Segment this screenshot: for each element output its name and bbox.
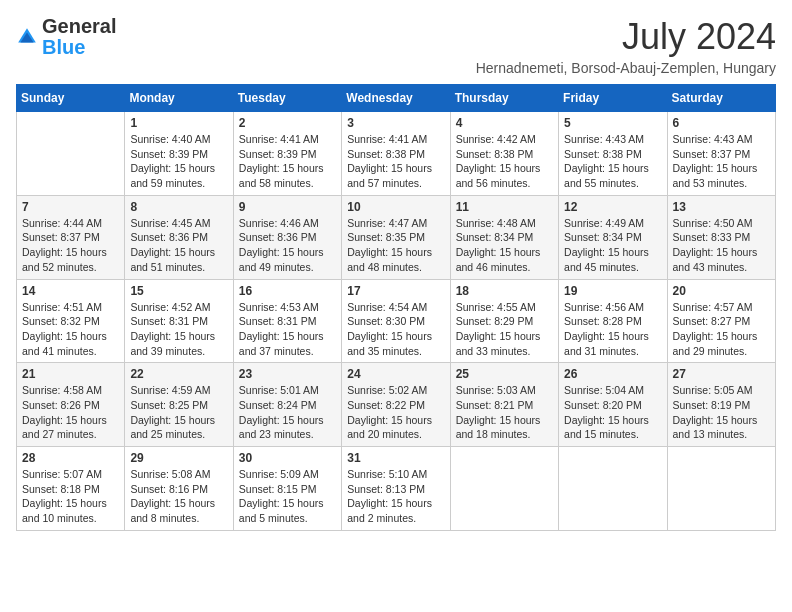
calendar-cell: 23Sunrise: 5:01 AMSunset: 8:24 PMDayligh… xyxy=(233,363,341,447)
calendar-cell: 15Sunrise: 4:52 AMSunset: 8:31 PMDayligh… xyxy=(125,279,233,363)
day-number: 12 xyxy=(564,200,661,214)
logo-icon xyxy=(16,26,38,48)
day-number: 22 xyxy=(130,367,227,381)
calendar-cell: 17Sunrise: 4:54 AMSunset: 8:30 PMDayligh… xyxy=(342,279,450,363)
title-area: July 2024 Hernadnemeti, Borsod-Abauj-Zem… xyxy=(476,16,776,76)
day-number: 1 xyxy=(130,116,227,130)
calendar-header: SundayMondayTuesdayWednesdayThursdayFrid… xyxy=(17,85,776,112)
day-header-monday: Monday xyxy=(125,85,233,112)
calendar-cell: 27Sunrise: 5:05 AMSunset: 8:19 PMDayligh… xyxy=(667,363,775,447)
cell-content: Sunrise: 4:45 AMSunset: 8:36 PMDaylight:… xyxy=(130,216,227,275)
calendar-cell: 6Sunrise: 4:43 AMSunset: 8:37 PMDaylight… xyxy=(667,112,775,196)
calendar-cell: 1Sunrise: 4:40 AMSunset: 8:39 PMDaylight… xyxy=(125,112,233,196)
calendar-cell: 7Sunrise: 4:44 AMSunset: 8:37 PMDaylight… xyxy=(17,195,125,279)
header: General Blue July 2024 Hernadnemeti, Bor… xyxy=(16,16,776,76)
day-number: 17 xyxy=(347,284,444,298)
day-number: 4 xyxy=(456,116,553,130)
calendar-cell: 31Sunrise: 5:10 AMSunset: 8:13 PMDayligh… xyxy=(342,447,450,531)
day-number: 31 xyxy=(347,451,444,465)
calendar-cell: 3Sunrise: 4:41 AMSunset: 8:38 PMDaylight… xyxy=(342,112,450,196)
calendar-cell: 24Sunrise: 5:02 AMSunset: 8:22 PMDayligh… xyxy=(342,363,450,447)
calendar-cell xyxy=(559,447,667,531)
cell-content: Sunrise: 4:44 AMSunset: 8:37 PMDaylight:… xyxy=(22,216,119,275)
cell-content: Sunrise: 5:04 AMSunset: 8:20 PMDaylight:… xyxy=(564,383,661,442)
cell-content: Sunrise: 4:53 AMSunset: 8:31 PMDaylight:… xyxy=(239,300,336,359)
cell-content: Sunrise: 4:47 AMSunset: 8:35 PMDaylight:… xyxy=(347,216,444,275)
cell-content: Sunrise: 4:41 AMSunset: 8:39 PMDaylight:… xyxy=(239,132,336,191)
calendar-cell: 10Sunrise: 4:47 AMSunset: 8:35 PMDayligh… xyxy=(342,195,450,279)
day-number: 9 xyxy=(239,200,336,214)
calendar-week-3: 14Sunrise: 4:51 AMSunset: 8:32 PMDayligh… xyxy=(17,279,776,363)
day-number: 5 xyxy=(564,116,661,130)
cell-content: Sunrise: 4:55 AMSunset: 8:29 PMDaylight:… xyxy=(456,300,553,359)
cell-content: Sunrise: 5:02 AMSunset: 8:22 PMDaylight:… xyxy=(347,383,444,442)
cell-content: Sunrise: 4:51 AMSunset: 8:32 PMDaylight:… xyxy=(22,300,119,359)
day-number: 3 xyxy=(347,116,444,130)
calendar-cell: 30Sunrise: 5:09 AMSunset: 8:15 PMDayligh… xyxy=(233,447,341,531)
day-number: 16 xyxy=(239,284,336,298)
day-number: 8 xyxy=(130,200,227,214)
cell-content: Sunrise: 5:10 AMSunset: 8:13 PMDaylight:… xyxy=(347,467,444,526)
cell-content: Sunrise: 4:46 AMSunset: 8:36 PMDaylight:… xyxy=(239,216,336,275)
cell-content: Sunrise: 4:52 AMSunset: 8:31 PMDaylight:… xyxy=(130,300,227,359)
day-number: 19 xyxy=(564,284,661,298)
cell-content: Sunrise: 4:42 AMSunset: 8:38 PMDaylight:… xyxy=(456,132,553,191)
calendar-cell: 2Sunrise: 4:41 AMSunset: 8:39 PMDaylight… xyxy=(233,112,341,196)
day-number: 29 xyxy=(130,451,227,465)
day-number: 21 xyxy=(22,367,119,381)
calendar-cell: 19Sunrise: 4:56 AMSunset: 8:28 PMDayligh… xyxy=(559,279,667,363)
day-number: 18 xyxy=(456,284,553,298)
day-number: 7 xyxy=(22,200,119,214)
logo-general-text: General xyxy=(42,15,116,37)
calendar-cell: 9Sunrise: 4:46 AMSunset: 8:36 PMDaylight… xyxy=(233,195,341,279)
day-number: 15 xyxy=(130,284,227,298)
cell-content: Sunrise: 4:57 AMSunset: 8:27 PMDaylight:… xyxy=(673,300,770,359)
calendar-cell: 8Sunrise: 4:45 AMSunset: 8:36 PMDaylight… xyxy=(125,195,233,279)
location-subtitle: Hernadnemeti, Borsod-Abauj-Zemplen, Hung… xyxy=(476,60,776,76)
calendar-cell: 21Sunrise: 4:58 AMSunset: 8:26 PMDayligh… xyxy=(17,363,125,447)
cell-content: Sunrise: 4:58 AMSunset: 8:26 PMDaylight:… xyxy=(22,383,119,442)
cell-content: Sunrise: 4:49 AMSunset: 8:34 PMDaylight:… xyxy=(564,216,661,275)
calendar-cell: 29Sunrise: 5:08 AMSunset: 8:16 PMDayligh… xyxy=(125,447,233,531)
cell-content: Sunrise: 4:43 AMSunset: 8:38 PMDaylight:… xyxy=(564,132,661,191)
calendar-cell xyxy=(450,447,558,531)
calendar-body: 1Sunrise: 4:40 AMSunset: 8:39 PMDaylight… xyxy=(17,112,776,531)
calendar-cell xyxy=(17,112,125,196)
cell-content: Sunrise: 4:50 AMSunset: 8:33 PMDaylight:… xyxy=(673,216,770,275)
calendar-week-5: 28Sunrise: 5:07 AMSunset: 8:18 PMDayligh… xyxy=(17,447,776,531)
calendar-cell: 13Sunrise: 4:50 AMSunset: 8:33 PMDayligh… xyxy=(667,195,775,279)
calendar-cell: 4Sunrise: 4:42 AMSunset: 8:38 PMDaylight… xyxy=(450,112,558,196)
day-header-wednesday: Wednesday xyxy=(342,85,450,112)
day-header-saturday: Saturday xyxy=(667,85,775,112)
day-number: 6 xyxy=(673,116,770,130)
logo: General Blue xyxy=(16,16,116,58)
cell-content: Sunrise: 4:54 AMSunset: 8:30 PMDaylight:… xyxy=(347,300,444,359)
day-header-friday: Friday xyxy=(559,85,667,112)
day-header-row: SundayMondayTuesdayWednesdayThursdayFrid… xyxy=(17,85,776,112)
calendar-cell: 22Sunrise: 4:59 AMSunset: 8:25 PMDayligh… xyxy=(125,363,233,447)
calendar-cell: 18Sunrise: 4:55 AMSunset: 8:29 PMDayligh… xyxy=(450,279,558,363)
calendar-week-2: 7Sunrise: 4:44 AMSunset: 8:37 PMDaylight… xyxy=(17,195,776,279)
calendar-cell: 5Sunrise: 4:43 AMSunset: 8:38 PMDaylight… xyxy=(559,112,667,196)
calendar-cell: 25Sunrise: 5:03 AMSunset: 8:21 PMDayligh… xyxy=(450,363,558,447)
calendar-cell: 12Sunrise: 4:49 AMSunset: 8:34 PMDayligh… xyxy=(559,195,667,279)
cell-content: Sunrise: 4:43 AMSunset: 8:37 PMDaylight:… xyxy=(673,132,770,191)
day-number: 27 xyxy=(673,367,770,381)
day-number: 14 xyxy=(22,284,119,298)
logo-blue-text: Blue xyxy=(42,36,85,58)
day-number: 10 xyxy=(347,200,444,214)
calendar-table: SundayMondayTuesdayWednesdayThursdayFrid… xyxy=(16,84,776,531)
cell-content: Sunrise: 5:01 AMSunset: 8:24 PMDaylight:… xyxy=(239,383,336,442)
calendar-week-1: 1Sunrise: 4:40 AMSunset: 8:39 PMDaylight… xyxy=(17,112,776,196)
cell-content: Sunrise: 4:59 AMSunset: 8:25 PMDaylight:… xyxy=(130,383,227,442)
day-header-thursday: Thursday xyxy=(450,85,558,112)
cell-content: Sunrise: 4:41 AMSunset: 8:38 PMDaylight:… xyxy=(347,132,444,191)
day-number: 30 xyxy=(239,451,336,465)
calendar-cell: 16Sunrise: 4:53 AMSunset: 8:31 PMDayligh… xyxy=(233,279,341,363)
cell-content: Sunrise: 5:07 AMSunset: 8:18 PMDaylight:… xyxy=(22,467,119,526)
day-number: 20 xyxy=(673,284,770,298)
day-header-tuesday: Tuesday xyxy=(233,85,341,112)
calendar-cell: 14Sunrise: 4:51 AMSunset: 8:32 PMDayligh… xyxy=(17,279,125,363)
day-number: 24 xyxy=(347,367,444,381)
cell-content: Sunrise: 5:05 AMSunset: 8:19 PMDaylight:… xyxy=(673,383,770,442)
